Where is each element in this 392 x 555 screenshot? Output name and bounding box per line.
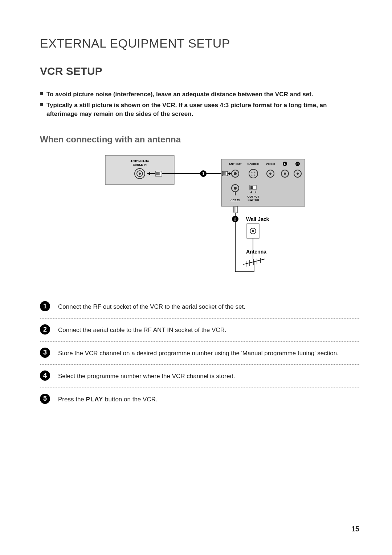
step-row: 4 Select the programme number where the … bbox=[40, 365, 359, 388]
wall-jack-label: Wall Jack bbox=[246, 216, 269, 222]
section-title: EXTERNAL EQUIPMENT SETUP bbox=[40, 36, 359, 50]
step-number-badge: 2 bbox=[40, 324, 50, 335]
r-label: R bbox=[297, 162, 299, 166]
note-item: Typically a still picture is shown on th… bbox=[40, 101, 359, 118]
step-text: Store the VCR channel on a desired progr… bbox=[58, 348, 339, 358]
step-text-post: button on the VCR. bbox=[103, 396, 157, 403]
manual-page: EXTERNAL EQUIPMENT SETUP VCR SETUP To av… bbox=[0, 0, 392, 555]
step-row: 2 Connect the aerial cable to the RF ANT… bbox=[40, 319, 359, 341]
antenna-label: Antenna bbox=[246, 249, 266, 255]
step-row: 5 Press the PLAY button on the VCR. bbox=[40, 388, 359, 411]
connection-subtitle: When connecting with an antenna bbox=[40, 134, 359, 145]
svg-rect-39 bbox=[250, 186, 253, 189]
svg-point-28 bbox=[254, 175, 256, 176]
notes-block: To avoid picture noise (interference), l… bbox=[40, 90, 359, 118]
svg-point-30 bbox=[269, 173, 271, 175]
step-number-badge: 4 bbox=[40, 370, 50, 381]
s-video-label: S-VIDEO bbox=[248, 162, 260, 166]
video-label: VIDEO bbox=[266, 162, 275, 166]
output-switch-label-2: SWITCH bbox=[248, 198, 259, 202]
switch-4-label: 4 bbox=[250, 190, 252, 194]
step-text: Press the PLAY button on the VCR. bbox=[58, 394, 158, 404]
step-text: Select the programme number where the VC… bbox=[58, 371, 235, 381]
instructions: 1 Connect the RF out socket of the VCR t… bbox=[40, 295, 359, 411]
step-number-badge: 1 bbox=[40, 301, 50, 311]
step-row: 1 Connect the RF out socket of the VCR t… bbox=[40, 295, 359, 318]
output-switch-label-1: OUTPUT bbox=[248, 195, 260, 198]
svg-point-36 bbox=[234, 187, 237, 190]
svg-rect-16 bbox=[222, 171, 228, 176]
step-text-pre: Press the bbox=[58, 396, 86, 403]
play-button-ref: PLAY bbox=[86, 396, 103, 403]
step-row: 3 Store the VCR channel on a desired pro… bbox=[40, 342, 359, 365]
svg-point-49 bbox=[252, 230, 254, 232]
svg-point-32 bbox=[284, 173, 286, 175]
svg-point-27 bbox=[252, 175, 253, 176]
callout-1: 1 bbox=[202, 171, 204, 176]
l-label: L bbox=[284, 162, 286, 166]
note-item: To avoid picture noise (interference), l… bbox=[40, 90, 359, 99]
tv-cable-in-label: CABLE IN bbox=[133, 163, 147, 166]
vcr-setup-title: VCR SETUP bbox=[40, 65, 359, 77]
svg-point-23 bbox=[234, 172, 237, 175]
svg-point-34 bbox=[297, 173, 299, 175]
connection-diagram: ANTENNA IN/ CABLE IN 1 ANT OUT S-V bbox=[83, 152, 316, 284]
ant-out-label: ANT OUT bbox=[229, 162, 242, 166]
svg-point-25 bbox=[252, 172, 253, 173]
tv-antenna-in-label: ANTENNA IN/ bbox=[130, 159, 149, 163]
step-number-badge: 5 bbox=[40, 394, 50, 404]
step-text: Connect the aerial cable to the RF ANT I… bbox=[58, 325, 226, 335]
callout-2: 2 bbox=[234, 217, 236, 221]
switch-3-label: 3 bbox=[255, 190, 257, 194]
svg-point-26 bbox=[254, 172, 256, 173]
page-number: 15 bbox=[351, 525, 359, 533]
step-text: Connect the RF out socket of the VCR to … bbox=[58, 302, 245, 312]
step-number-badge: 3 bbox=[40, 348, 50, 358]
svg-point-3 bbox=[139, 173, 141, 175]
ant-in-label: ANT IN bbox=[230, 198, 240, 201]
